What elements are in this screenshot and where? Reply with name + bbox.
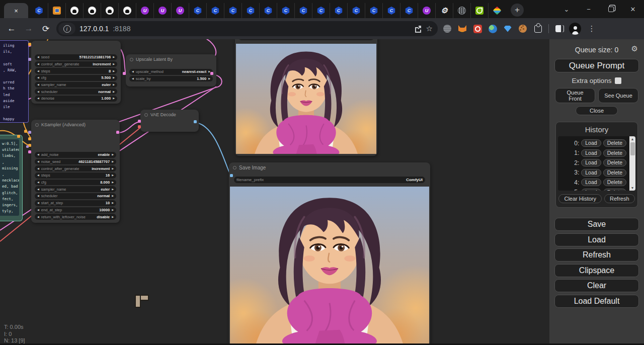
increment-arrow-icon[interactable]: ▶ [112,195,114,197]
widget-control_after_generate[interactable]: ◀control_after_generateincrement▶ [35,61,117,67]
port-latent-image[interactable] [28,150,31,153]
forward-button[interactable]: → [22,22,35,35]
load-default-button[interactable]: Load Default [554,295,639,308]
increment-arrow-icon[interactable]: ▶ [112,181,114,184]
widget-end_at_step[interactable]: ◀end_at_step10000▶ [35,207,116,213]
pinned-tab-github[interactable] [83,3,101,18]
widget-scheduler[interactable]: ◀schedulernormal▶ [35,89,117,95]
tab-close-icon[interactable]: × [14,8,18,14]
increment-arrow-icon[interactable]: ▶ [112,160,114,163]
load-button[interactable]: Load [554,233,639,246]
pinned-tab-comfy[interactable] [224,3,242,18]
negative-prompt-node[interactable]: w:0.5], utilated, limbs, , missing , nec… [0,135,23,221]
history-refresh-button[interactable]: Refresh [604,194,635,203]
profile-avatar[interactable] [569,23,581,35]
increment-arrow-icon[interactable]: ▶ [113,83,115,86]
clear-button[interactable]: Clear [554,279,639,292]
node-ksampler-advanced[interactable]: KSampler (Advanced) ◀add_noiseenable▶◀no… [31,120,120,223]
pinned-tab-uscript[interactable] [136,3,153,18]
pinned-tab-comfy[interactable] [242,3,259,18]
browser-menu-icon[interactable]: ⋮ [585,22,598,35]
history-delete-button[interactable]: Delete [603,139,626,147]
increment-arrow-icon[interactable]: ▶ [112,202,114,204]
decrement-arrow-icon[interactable]: ◀ [37,63,39,65]
increment-arrow-icon[interactable]: ▶ [113,91,115,93]
pinned-tab-comfy[interactable] [294,3,312,18]
history-delete-button[interactable]: Delete [603,159,626,166]
pinned-tab-uscript[interactable] [171,3,189,18]
collapse-dot-icon[interactable] [233,166,236,169]
decrement-arrow-icon[interactable]: ◀ [37,195,39,197]
queue-front-button[interactable]: Queue Front [555,88,595,103]
minimize-button[interactable]: − [578,0,600,18]
node-vae-decode[interactable]: VAE Decode [140,110,199,132]
clear-history-button[interactable]: Clear History [558,194,602,203]
decrement-arrow-icon[interactable]: ◀ [37,181,39,184]
widget-seed[interactable]: ◀seed578122121881706▶ [35,54,117,60]
history-load-button[interactable]: Load [581,169,601,177]
extension-earth-icon[interactable] [487,23,498,34]
decrement-arrow-icon[interactable]: ◀ [37,167,39,170]
extension-cookie-icon[interactable] [517,23,528,34]
decrement-arrow-icon[interactable]: ◀ [37,202,39,204]
negative-prompt-textarea[interactable]: w:0.5], utilated, limbs, , missing , nec… [0,139,19,216]
pinned-tab-comfy[interactable] [347,3,365,18]
collapse-dot-icon[interactable] [144,113,148,117]
increment-arrow-icon[interactable]: ▶ [113,97,115,100]
history-load-button[interactable]: Load [581,159,601,166]
port-samples[interactable] [138,120,141,123]
port-latent-output[interactable] [210,72,213,75]
positive-prompt-textarea[interactable]: iling ils, soft , RAW, urred h the led a… [0,40,29,123]
pinned-tab-comfy[interactable] [400,3,418,18]
widget-noise_seed[interactable]: ◀noise_seed462118145887707▶ [35,159,116,165]
widget-filename-prefix[interactable]: filename_prefix ComfyUI [238,39,374,40]
pinned-tab-settings-gear[interactable] [435,3,453,18]
extension-discoball-icon[interactable] [442,23,453,34]
pinned-tab-comfy[interactable] [277,3,294,18]
pinned-tab-nvidia[interactable] [470,3,488,18]
side-panel-icon[interactable] [554,23,565,34]
tab-search-icon[interactable]: ⌄ [555,0,578,18]
decrement-arrow-icon[interactable]: ◀ [37,83,39,86]
port-vae[interactable] [138,125,141,128]
widget-sampler_name[interactable]: ◀sampler_nameeuler▶ [35,82,117,88]
pinned-tab-github[interactable] [118,3,136,18]
widget-denoise[interactable]: ◀denoise1.000▶ [35,96,117,102]
pinned-tab-github[interactable] [101,3,118,18]
decrement-arrow-icon[interactable]: ◀ [132,77,134,80]
scroll-up-icon[interactable]: ▲ [629,136,635,142]
see-queue-button[interactable]: See Queue [598,88,638,103]
history-delete-button[interactable]: Delete [603,149,626,157]
reload-button[interactable]: ⟳ [39,22,52,35]
new-tab-button[interactable]: + [511,4,524,17]
pinned-tab-comfy[interactable] [30,3,48,18]
group-corner-marker[interactable] [135,295,149,309]
extension-gem-icon[interactable] [502,23,513,34]
widget-steps[interactable]: ◀steps16▶ [35,172,116,179]
decrement-arrow-icon[interactable]: ◀ [132,70,134,73]
port-latent-output[interactable] [116,131,119,134]
port-samples-input[interactable] [123,72,126,75]
pinned-tab-comfy[interactable] [312,3,330,18]
decrement-arrow-icon[interactable]: ◀ [37,160,39,163]
port-model[interactable] [28,131,31,134]
queue-prompt-button[interactable]: Queue Prompt [554,59,639,72]
port-conditioning[interactable] [24,130,27,133]
history-delete-button[interactable]: Delete [603,169,626,177]
close-button[interactable]: Close [576,106,618,115]
node-ksampler[interactable]: ◀seed578122121881706▶◀control_after_gene… [31,41,121,104]
save-button[interactable]: Save [554,218,639,231]
port-conditioning[interactable] [28,43,31,46]
node-save-image-top[interactable]: filename_prefix ComfyUI [235,39,377,156]
history-delete-button[interactable]: Delete [603,189,626,191]
refresh-button[interactable]: Refresh [554,248,639,262]
widget-control_after_generate[interactable]: ◀control_after_generateincrement▶ [35,165,116,171]
node-upscale-latent-by[interactable]: Upscale Latent By ◀upscale_methodnearest… [126,54,216,87]
pinned-tab-comfy[interactable] [259,3,277,18]
pinned-tab-comfy[interactable] [365,3,382,18]
collapse-dot-icon[interactable] [35,123,39,127]
increment-arrow-icon[interactable]: ▶ [113,56,115,58]
pinned-tab-comfy[interactable] [382,3,400,18]
share-icon[interactable] [414,25,422,33]
back-button[interactable]: ← [5,22,18,35]
